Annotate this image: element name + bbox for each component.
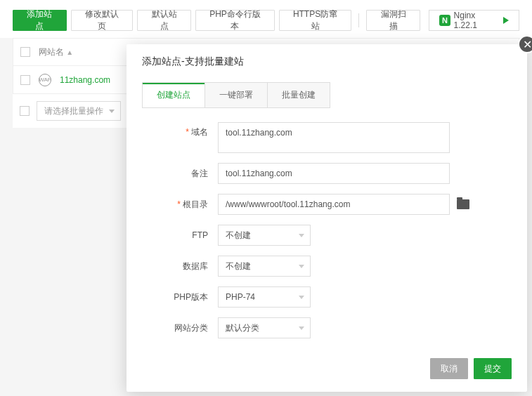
play-icon bbox=[503, 17, 509, 24]
domain-input[interactable]: tool.11zhang.com bbox=[218, 122, 450, 153]
nginx-button[interactable]: N Nginx 1.22.1 bbox=[429, 10, 519, 31]
col-site-name[interactable]: 网站名 ▲ bbox=[39, 46, 73, 58]
root-dir-input[interactable] bbox=[218, 194, 450, 215]
close-icon[interactable]: ✕ bbox=[518, 35, 532, 53]
php-version-label: PHP版本 bbox=[142, 291, 218, 303]
add-site-button[interactable]: 添加站点 bbox=[13, 10, 67, 31]
tab-one-click-deploy[interactable]: 一键部署 bbox=[205, 83, 268, 107]
select-all-checkbox[interactable] bbox=[20, 47, 30, 57]
remark-label: 备注 bbox=[142, 168, 218, 180]
tab-batch-create[interactable]: 批量创建 bbox=[268, 83, 330, 107]
submit-button[interactable]: 提交 bbox=[474, 358, 512, 379]
batch-select[interactable]: 请选择批量操作 bbox=[37, 101, 121, 121]
cancel-button[interactable]: 取消 bbox=[430, 358, 468, 379]
modal-title: 添加站点-支持批量建站 bbox=[126, 44, 527, 74]
root-label: *根目录 bbox=[142, 199, 218, 211]
modal-tabs: 创建站点 一键部署 批量创建 bbox=[142, 82, 330, 108]
category-label: 网站分类 bbox=[142, 322, 218, 334]
category-select[interactable]: 默认分类 bbox=[218, 317, 311, 338]
remark-input[interactable] bbox=[218, 163, 450, 184]
row-checkbox[interactable] bbox=[20, 75, 30, 85]
modify-default-button[interactable]: 修改默认页 bbox=[71, 10, 134, 31]
chevron-down-icon bbox=[299, 296, 304, 299]
chevron-down-icon bbox=[109, 110, 115, 113]
ftp-label: FTP bbox=[142, 230, 218, 240]
chevron-down-icon bbox=[299, 326, 304, 330]
https-defense-button[interactable]: HTTPS防窜站 bbox=[279, 10, 352, 31]
folder-icon[interactable] bbox=[457, 199, 469, 209]
db-select[interactable]: 不创建 bbox=[218, 256, 311, 277]
sort-asc-icon: ▲ bbox=[66, 48, 73, 56]
modal-footer: 取消 提交 bbox=[126, 348, 527, 392]
chevron-down-icon bbox=[299, 265, 304, 268]
tab-create-site[interactable]: 创建站点 bbox=[143, 83, 205, 107]
add-site-modal: ✕ 添加站点-支持批量建站 创建站点 一键部署 批量创建 *域名 tool.11… bbox=[126, 44, 527, 392]
toolbar: 添加站点 修改默认页 默认站点 PHP命令行版本 HTTPS防窜站 漏洞扫描 N… bbox=[0, 0, 532, 38]
nginx-icon: N bbox=[439, 15, 450, 26]
db-label: 数据库 bbox=[142, 260, 218, 272]
site-name-link[interactable]: 11zhang.com bbox=[60, 75, 110, 85]
chevron-down-icon bbox=[299, 234, 304, 237]
php-version-select[interactable]: PHP-74 bbox=[218, 286, 311, 308]
nginx-label: Nginx 1.22.1 bbox=[454, 11, 500, 30]
vuln-scan-button[interactable]: 漏洞扫描 bbox=[366, 10, 420, 31]
php-cli-version-button[interactable]: PHP命令行版本 bbox=[195, 10, 275, 31]
waf-icon: WAF bbox=[39, 74, 51, 86]
domain-label: *域名 bbox=[142, 122, 218, 138]
toolbar-separator bbox=[358, 13, 359, 27]
default-site-button[interactable]: 默认站点 bbox=[137, 10, 191, 31]
batch-checkbox[interactable] bbox=[20, 106, 30, 116]
ftp-select[interactable]: 不创建 bbox=[218, 225, 311, 246]
